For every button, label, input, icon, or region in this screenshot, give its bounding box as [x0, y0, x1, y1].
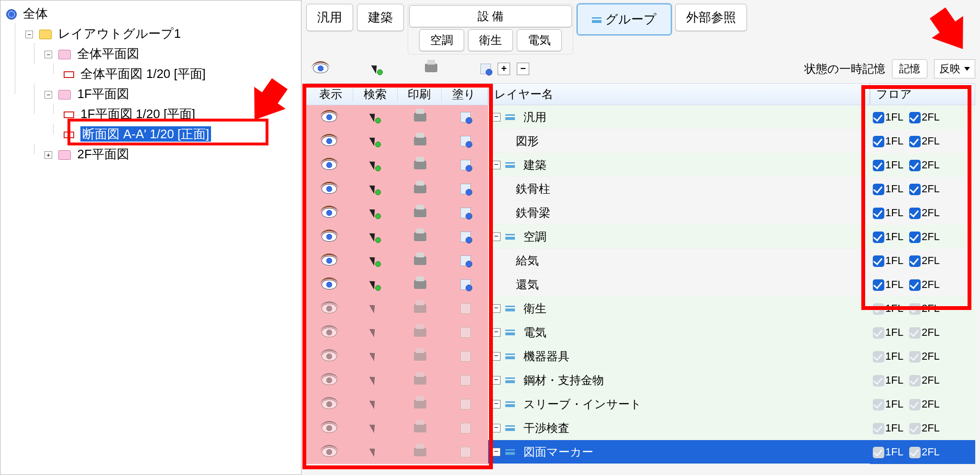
- cursor-icon[interactable]: [371, 64, 382, 74]
- group-collapse-toggle[interactable]: −: [492, 161, 501, 169]
- search-toggle[interactable]: [369, 399, 380, 409]
- layer-name-row[interactable]: −汎用: [488, 105, 870, 129]
- group-collapse-toggle[interactable]: −: [492, 448, 501, 456]
- col-layer-name[interactable]: レイヤー名: [490, 87, 868, 102]
- visibility-toggle[interactable]: [322, 399, 337, 409]
- visibility-toggle[interactable]: [322, 208, 337, 218]
- collapse-toggle[interactable]: −: [45, 91, 52, 99]
- group-collapse-toggle[interactable]: −: [492, 232, 501, 241]
- print-toggle[interactable]: [414, 448, 426, 456]
- tree-node-2f[interactable]: + 2F平面図: [45, 144, 297, 164]
- search-toggle[interactable]: [369, 255, 380, 266]
- print-toggle[interactable]: [414, 256, 426, 265]
- group-collapse-toggle[interactable]: −: [492, 113, 501, 122]
- floor-1fl-checkbox[interactable]: [873, 255, 884, 267]
- collapse-toggle[interactable]: −: [25, 31, 33, 38]
- layer-name-row[interactable]: −図面マーカー: [488, 440, 870, 464]
- floor-1fl-checkbox[interactable]: [873, 160, 884, 171]
- floor-1fl-checkbox[interactable]: [873, 375, 884, 387]
- floor-2fl-checkbox[interactable]: [909, 184, 921, 195]
- group-collapse-toggle[interactable]: −: [492, 400, 501, 409]
- save-state-button[interactable]: 記憶: [892, 59, 927, 78]
- col-search[interactable]: 検索: [353, 87, 398, 102]
- print-toggle[interactable]: [414, 352, 426, 361]
- collapse-toggle[interactable]: −: [45, 51, 52, 58]
- print-toggle[interactable]: [414, 113, 426, 122]
- search-toggle[interactable]: [369, 351, 380, 362]
- eye-icon[interactable]: [313, 64, 328, 73]
- group-collapse-toggle[interactable]: −: [492, 328, 501, 337]
- search-toggle[interactable]: [369, 160, 380, 170]
- visibility-toggle[interactable]: [322, 304, 337, 313]
- apply-state-dropdown[interactable]: 反映: [934, 59, 975, 78]
- search-toggle[interactable]: [369, 447, 380, 457]
- paint-toggle[interactable]: [460, 208, 471, 218]
- paint-toggle[interactable]: [460, 184, 471, 194]
- floor-1fl-checkbox[interactable]: [873, 351, 884, 363]
- visibility-toggle[interactable]: [322, 352, 337, 361]
- print-toggle[interactable]: [414, 424, 426, 432]
- floor-1fl-checkbox[interactable]: [873, 447, 884, 458]
- floor-1fl-checkbox[interactable]: [873, 136, 884, 147]
- paint-toggle[interactable]: [460, 327, 471, 338]
- search-toggle[interactable]: [369, 423, 380, 433]
- floor-2fl-checkbox[interactable]: [909, 423, 921, 434]
- visibility-toggle[interactable]: [322, 447, 337, 457]
- floor-1fl-checkbox[interactable]: [873, 279, 884, 291]
- tab-external-ref[interactable]: 外部参照: [675, 4, 747, 31]
- print-toggle[interactable]: [414, 304, 426, 313]
- layer-name-row[interactable]: −建築: [488, 153, 870, 177]
- layer-name-row[interactable]: −空調: [488, 225, 870, 249]
- floor-1fl-checkbox[interactable]: [873, 184, 884, 195]
- tab-group[interactable]: グループ: [577, 4, 671, 35]
- visibility-toggle[interactable]: [322, 232, 337, 242]
- paint-toggle[interactable]: [460, 447, 471, 457]
- search-toggle[interactable]: [369, 208, 380, 218]
- floor-1fl-checkbox[interactable]: [873, 423, 884, 434]
- print-toggle[interactable]: [414, 209, 426, 217]
- floor-2fl-checkbox[interactable]: [909, 160, 921, 171]
- layer-name-row[interactable]: 図形: [488, 129, 870, 153]
- tree-view-overall-plan[interactable]: 全体平面図 1/20 [平面]: [64, 64, 297, 84]
- floor-1fl-checkbox[interactable]: [873, 232, 884, 243]
- search-toggle[interactable]: [369, 327, 380, 338]
- col-floor[interactable]: フロア: [872, 87, 973, 102]
- visibility-toggle[interactable]: [322, 376, 337, 385]
- visibility-toggle[interactable]: [322, 136, 337, 146]
- paint-toggle[interactable]: [460, 160, 471, 170]
- paint-toggle[interactable]: [460, 303, 471, 314]
- col-print[interactable]: 印刷: [398, 87, 442, 102]
- floor-2fl-checkbox[interactable]: [909, 255, 921, 267]
- group-collapse-toggle[interactable]: −: [492, 352, 501, 361]
- paint-toggle[interactable]: [460, 399, 471, 409]
- layer-name-row[interactable]: −鋼材・支持金物: [488, 368, 870, 392]
- expand-all-button[interactable]: +: [498, 63, 510, 75]
- layer-name-row[interactable]: 還気: [488, 273, 870, 297]
- visibility-toggle[interactable]: [322, 280, 337, 289]
- group-collapse-toggle[interactable]: −: [492, 424, 501, 432]
- visibility-toggle[interactable]: [322, 112, 337, 122]
- paint-icon[interactable]: [480, 64, 491, 74]
- search-toggle[interactable]: [369, 375, 380, 386]
- layer-name-row[interactable]: 鉄骨梁: [488, 201, 870, 225]
- floor-2fl-checkbox[interactable]: [909, 136, 921, 147]
- col-paint[interactable]: 塗り: [442, 87, 486, 102]
- visibility-toggle[interactable]: [322, 184, 337, 194]
- search-toggle[interactable]: [369, 112, 380, 122]
- search-toggle[interactable]: [369, 136, 380, 146]
- paint-toggle[interactable]: [460, 375, 471, 386]
- layer-name-row[interactable]: 給気: [488, 249, 870, 273]
- print-toggle[interactable]: [414, 185, 426, 193]
- print-toggle[interactable]: [414, 328, 426, 337]
- floor-2fl-checkbox[interactable]: [909, 399, 921, 410]
- tree-node-overall[interactable]: − 全体平面図 全体平面図 1/20 [平面]: [45, 44, 297, 84]
- layer-name-row[interactable]: −電気: [488, 320, 870, 344]
- print-toggle[interactable]: [414, 280, 426, 289]
- floor-1fl-checkbox[interactable]: [873, 112, 884, 123]
- tab-electric[interactable]: 電気: [517, 29, 562, 51]
- group-collapse-toggle[interactable]: −: [492, 304, 501, 313]
- tab-architecture[interactable]: 建築: [357, 4, 404, 31]
- search-toggle[interactable]: [369, 279, 380, 290]
- expand-toggle[interactable]: +: [45, 151, 52, 159]
- print-toggle[interactable]: [414, 137, 426, 145]
